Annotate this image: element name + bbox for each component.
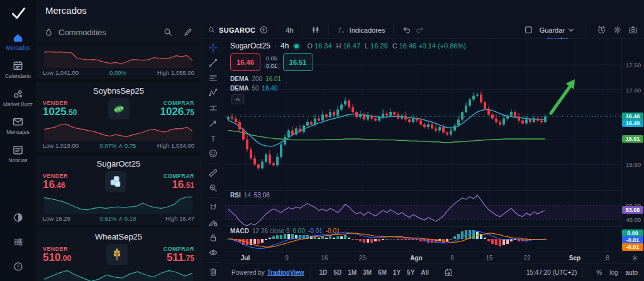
hide-all-tool-button[interactable] — [205, 245, 221, 260]
sidebar-item-noticias[interactable]: Noticias — [1, 144, 36, 164]
sidebar-help-button[interactable]: ? — [13, 261, 24, 275]
legend-collapse-button[interactable] — [231, 94, 244, 104]
bottom-divider — [310, 268, 311, 277]
fib-icon — [208, 73, 218, 83]
sidebar-item-mercados[interactable]: Mercados — [1, 31, 36, 52]
tool-group-separator — [206, 197, 220, 198]
range-5D-button[interactable]: 5D — [333, 269, 341, 276]
contrast-icon — [13, 212, 24, 223]
time-tick: Ago — [410, 255, 422, 262]
sidebar-item-market-buzz[interactable]: Market Buzz — [1, 88, 36, 108]
plus-circle-icon — [259, 25, 269, 35]
buy-order-button[interactable]: 16.51 — [283, 53, 313, 71]
redo-button[interactable] — [415, 25, 425, 35]
ohlc-values: O16.34 H16.47 L16.29 C16.46 +0.14 (+0.86… — [304, 42, 466, 50]
goto-date-icon — [444, 268, 453, 277]
sidebar-item-mensajes[interactable]: Mensajes — [1, 116, 36, 136]
range-1D-button[interactable]: 1D — [319, 269, 328, 276]
text-tool-tool-button[interactable]: T — [205, 131, 221, 146]
sell-button[interactable]: VENDER16.46 — [43, 173, 68, 190]
watchlist-search-button[interactable] — [163, 27, 173, 37]
emoji-tool-button[interactable] — [205, 146, 221, 161]
save-layout-button[interactable]: Guardar Guardar — [540, 26, 575, 34]
indicators-button[interactable]: ƒx Indicadores — [337, 25, 386, 35]
range-1Y-button[interactable]: 1Y — [393, 269, 401, 276]
camera-icon — [628, 25, 638, 35]
watchlist-item-WheatSep25[interactable]: WheatSep25VENDER510.00COMPRAR511.75 — [36, 228, 201, 281]
sell-order-button[interactable]: 16.46 — [230, 53, 260, 71]
range-5Y-button[interactable]: 5Y — [407, 269, 414, 276]
layout-button[interactable] — [524, 25, 533, 35]
sell-button[interactable]: VENDER510.00 — [43, 246, 71, 263]
symbol-search-button[interactable]: SUGAROC — [208, 26, 255, 34]
buy-button[interactable]: COMPRAR1026.75 — [160, 100, 194, 118]
buy-button[interactable]: COMPRAR16.51 — [164, 173, 194, 190]
sidebar-bottom: ? — [13, 201, 24, 281]
time-axis[interactable]: Jul91623Ago81522Sep8 — [225, 251, 644, 263]
change-value: 0.07% ∧ 0.75 — [100, 142, 136, 149]
magnet-tool-button[interactable] — [205, 200, 221, 215]
undo-button[interactable] — [402, 25, 411, 35]
commodity-icon-box — [105, 171, 126, 192]
alert-clock-button[interactable] — [597, 25, 606, 35]
sidebar-sliders-button[interactable] — [13, 236, 24, 250]
chart-settings-button[interactable] — [613, 25, 622, 35]
trend-line-tool-button[interactable] — [205, 55, 221, 70]
time-tick: 23 — [358, 255, 365, 262]
alert-clock-icon — [597, 25, 606, 35]
magnet-icon — [208, 202, 218, 212]
goto-date-button[interactable] — [444, 268, 453, 277]
zoom-in-icon — [208, 183, 218, 193]
legend-interval: 4h — [280, 41, 289, 50]
watchlist-title: Commodities — [58, 28, 153, 37]
auto-scale-toggle[interactable]: auto — [626, 269, 638, 276]
sidebar-item-label: Noticias — [8, 158, 27, 164]
chart-type-button[interactable] — [311, 25, 320, 35]
watchlist-item-partial[interactable]: Low 1,041.000.00%High 1,055.00 — [36, 46, 201, 79]
sidebar-contrast-button[interactable] — [13, 212, 24, 226]
market-open-dot-icon — [294, 44, 299, 48]
xabcd-tool-button[interactable] — [205, 85, 221, 101]
trash-tool-button[interactable] — [205, 265, 221, 280]
range-3M-button[interactable]: 3M — [363, 269, 372, 276]
arrow-brush-tool-button[interactable] — [205, 116, 221, 131]
chart-plot-area[interactable]: SugarOct25 · 4h O16.34 H16.47 L16.29 C16… — [225, 39, 621, 251]
emoji-icon — [208, 148, 218, 158]
fib-tool-button[interactable] — [205, 70, 221, 85]
chart-toolbar: SUGAROC 4h ƒx Indicadores Guardar Guarda… — [201, 21, 644, 39]
range-6M-button[interactable]: 6M — [378, 269, 387, 276]
change-value: 0.61% ∧ 0.10 — [100, 215, 136, 222]
commodity-icon-box — [108, 98, 130, 119]
price-axis[interactable]: 17.5017.0015.5060.0040.0016.4616.4016.01… — [621, 39, 644, 251]
long-position-icon — [208, 103, 218, 113]
watchlist-item-SoybnsSep25[interactable]: SoybnsSep25VENDER1025.50COMPRAR1026.75Lo… — [36, 82, 201, 152]
interval-button[interactable]: 4h — [286, 26, 293, 34]
trash-icon — [208, 267, 218, 277]
sidebar-item-calendario[interactable]: Calendario — [1, 60, 36, 80]
svg-text:?: ? — [16, 263, 19, 270]
save-menu-chevron[interactable] — [567, 26, 575, 34]
high-value: High 16.47 — [165, 215, 194, 222]
sell-button[interactable]: VENDER1025.50 — [43, 100, 77, 118]
compare-add-button[interactable] — [259, 25, 269, 35]
ruler-tool-button[interactable] — [205, 165, 221, 180]
crosshair-tool-button[interactable] — [205, 40, 221, 55]
buy-button[interactable]: COMPRAR511.75 — [164, 246, 194, 263]
lock-all-tool-button[interactable] — [205, 230, 221, 245]
trend-line-icon — [208, 58, 218, 68]
range-1M-button[interactable]: 1M — [348, 269, 357, 276]
draw-lock-tool-button[interactable] — [205, 215, 221, 230]
draw-lock-icon — [208, 218, 218, 228]
zoom-in-tool-button[interactable] — [205, 180, 221, 196]
tradingview-link[interactable]: TradingView — [267, 269, 304, 276]
snapshot-camera-button[interactable] — [628, 25, 638, 35]
log-scale-toggle[interactable]: log — [609, 269, 618, 276]
buy-price: 16.51 — [164, 179, 194, 190]
percent-scale-toggle[interactable]: % — [596, 269, 602, 276]
droplet-icon — [44, 28, 53, 37]
time-tick: 15 — [486, 255, 492, 262]
range-All-button[interactable]: All — [421, 269, 429, 276]
long-position-tool-button[interactable] — [205, 101, 221, 116]
watchlist-edit-button[interactable] — [183, 27, 193, 37]
watchlist-item-SugarOct25[interactable]: SugarOct25VENDER16.46COMPRAR16.51Low 16.… — [36, 155, 201, 225]
